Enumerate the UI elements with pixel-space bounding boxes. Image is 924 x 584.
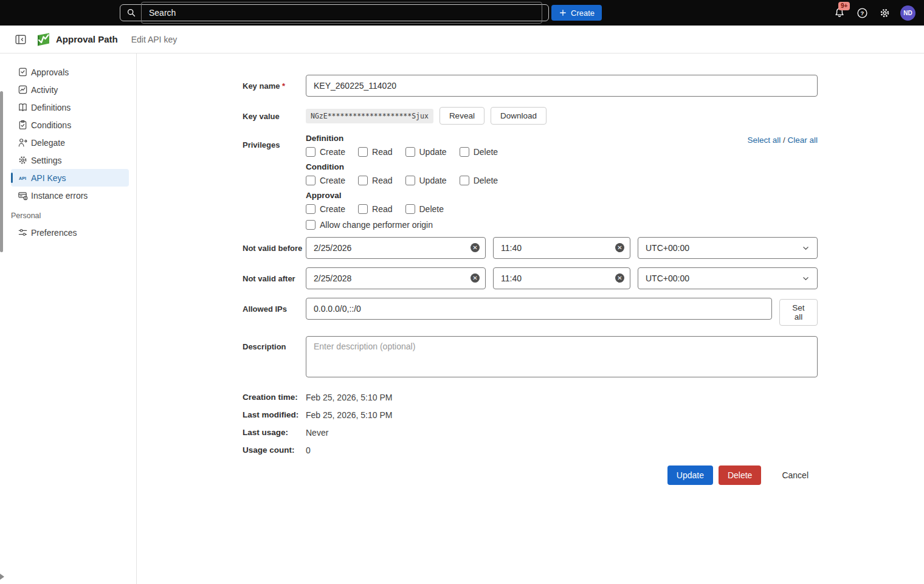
clear-all-link[interactable]: Clear all	[787, 136, 818, 145]
checkbox-label: Read	[372, 204, 392, 214]
page-title: Edit API key	[131, 35, 177, 44]
checkbox-approval-read[interactable]	[358, 204, 368, 214]
sidebar-item-label: Delegate	[31, 138, 65, 148]
left-scrollbar-thumb[interactable]	[0, 91, 3, 252]
meta-value: Never	[306, 428, 328, 438]
not-valid-after-timezone-select[interactable]: UTC+00:00	[638, 267, 818, 289]
checkbox-approval-delete[interactable]	[405, 204, 415, 214]
sidebar-item-activity[interactable]: Activity	[11, 81, 129, 98]
sidebar-item-approvals[interactable]: Approvals	[11, 63, 129, 81]
meta-value: Feb 25, 2026, 5:10 PM	[306, 410, 392, 420]
key-name-label: Key name *	[243, 75, 306, 97]
meta-label: Last modified:	[243, 410, 306, 420]
scroll-arrow-icon[interactable]	[0, 574, 4, 580]
checkbox-label: Allow change performer origin	[320, 220, 433, 230]
checkbox-condition-delete[interactable]	[460, 176, 469, 185]
not-valid-after-time-input[interactable]	[493, 267, 630, 289]
checkbox-definition-delete[interactable]	[460, 147, 469, 157]
checkbox-label: Delete	[474, 176, 498, 185]
notifications-button[interactable]: 9+	[833, 6, 846, 19]
privilege-group-title: Condition	[306, 162, 818, 171]
privilege-bulk-links: Select all / Clear all	[747, 136, 818, 145]
delete-button[interactable]: Delete	[719, 465, 761, 485]
checkbox-label: Update	[419, 147, 447, 157]
app-title: Approval Path	[56, 34, 118, 44]
sidebar-item-label: Preferences	[31, 228, 77, 238]
privilege-group-approval: Approval Create Read Delete	[306, 191, 818, 214]
reveal-button[interactable]: Reveal	[440, 107, 484, 125]
activity-icon	[17, 84, 28, 95]
sidebar-item-settings[interactable]: Settings	[11, 151, 129, 169]
timezone-value: UTC+00:00	[646, 273, 689, 283]
clear-date-icon[interactable]: ✕	[471, 243, 480, 252]
checkbox-definition-update[interactable]	[405, 147, 415, 157]
gear-icon	[17, 155, 28, 166]
meta-row-creation-time: Creation time: Feb 25, 2026, 5:10 PM	[243, 393, 924, 402]
sidebar-item-api-keys[interactable]: API API Keys	[11, 169, 129, 187]
privilege-group-definition: Definition Create Read Update Delete	[306, 134, 818, 157]
chevron-down-icon	[802, 275, 810, 283]
set-all-button[interactable]: Set all	[779, 299, 818, 326]
sidebar-item-conditions[interactable]: Conditions	[11, 116, 129, 134]
checkbox-approval-create[interactable]	[306, 204, 315, 214]
not-valid-after-date-input[interactable]	[306, 267, 486, 289]
app-logo-icon	[35, 32, 51, 47]
privilege-group-condition: Condition Create Read Update Delete	[306, 162, 818, 185]
global-search[interactable]	[120, 4, 549, 21]
meta-label: Usage count:	[243, 445, 306, 455]
api-keys-icon: API	[17, 173, 28, 184]
gear-icon	[879, 7, 891, 19]
sidebar-item-label: Definitions	[31, 103, 71, 112]
update-button[interactable]: Update	[667, 465, 713, 485]
download-button[interactable]: Download	[491, 107, 546, 125]
checkbox-definition-read[interactable]	[358, 147, 368, 157]
settings-button[interactable]	[878, 6, 891, 19]
allowed-ips-label: Allowed IPs	[243, 298, 306, 326]
checkbox-allow-change-performer-origin[interactable]	[306, 220, 315, 230]
meta-value: 0	[306, 445, 311, 455]
required-asterisk: *	[282, 81, 285, 91]
clear-time-icon[interactable]: ✕	[615, 273, 624, 283]
not-valid-after-label: Not valid after	[243, 267, 306, 289]
meta-row-last-modified: Last modified: Feb 25, 2026, 5:10 PM	[243, 410, 924, 420]
sidebar-item-label: Approvals	[31, 67, 69, 77]
sidebar-item-instance-errors[interactable]: Instance errors	[11, 187, 129, 204]
svg-text:API: API	[19, 176, 26, 181]
meta-label: Creation time:	[243, 393, 306, 402]
sidebar-item-delegate[interactable]: Delegate	[11, 134, 129, 151]
not-valid-before-time-input[interactable]	[493, 237, 630, 259]
clear-date-icon[interactable]: ✕	[471, 273, 480, 283]
edit-api-key-form: Key name * Key value NGzE***************…	[137, 53, 924, 584]
checkbox-condition-create[interactable]	[306, 176, 315, 185]
clear-time-icon[interactable]: ✕	[615, 243, 624, 252]
allowed-ips-input[interactable]	[306, 298, 772, 320]
sidebar-item-definitions[interactable]: Definitions	[11, 98, 129, 116]
checkbox-condition-read[interactable]	[358, 176, 368, 185]
create-button[interactable]: Create	[551, 5, 602, 21]
create-button-label: Create	[571, 9, 595, 18]
help-button[interactable]: ?	[855, 6, 869, 19]
meta-row-last-usage: Last usage: Never	[243, 428, 924, 438]
privilege-group-title: Definition	[306, 134, 818, 143]
top-bar: Create 9+ ? ND	[0, 0, 924, 26]
checkbox-label: Read	[372, 176, 392, 185]
sidebar-item-preferences[interactable]: Preferences	[11, 224, 129, 241]
sidebar-item-label: Activity	[31, 85, 58, 95]
search-input[interactable]	[141, 2, 542, 24]
checkbox-condition-update[interactable]	[405, 176, 415, 185]
select-all-link[interactable]: Select all	[747, 136, 781, 145]
meta-value: Feb 25, 2026, 5:10 PM	[306, 393, 392, 402]
key-name-input[interactable]	[306, 75, 818, 97]
not-valid-before-timezone-select[interactable]: UTC+00:00	[638, 237, 818, 259]
not-valid-before-label: Not valid before	[243, 237, 306, 259]
sidebar-collapse-button[interactable]	[15, 33, 27, 46]
sidebar-section-personal: Personal	[11, 211, 136, 220]
avatar[interactable]: ND	[900, 5, 915, 21]
plus-icon	[559, 9, 567, 17]
checkbox-definition-create[interactable]	[306, 147, 315, 157]
description-textarea[interactable]	[306, 336, 818, 377]
cancel-button[interactable]: Cancel	[773, 465, 818, 485]
not-valid-before-date-input[interactable]	[306, 237, 486, 259]
sidebar: Approvals Activity Definitions	[0, 53, 137, 584]
sidebar-item-label: API Keys	[31, 173, 66, 183]
